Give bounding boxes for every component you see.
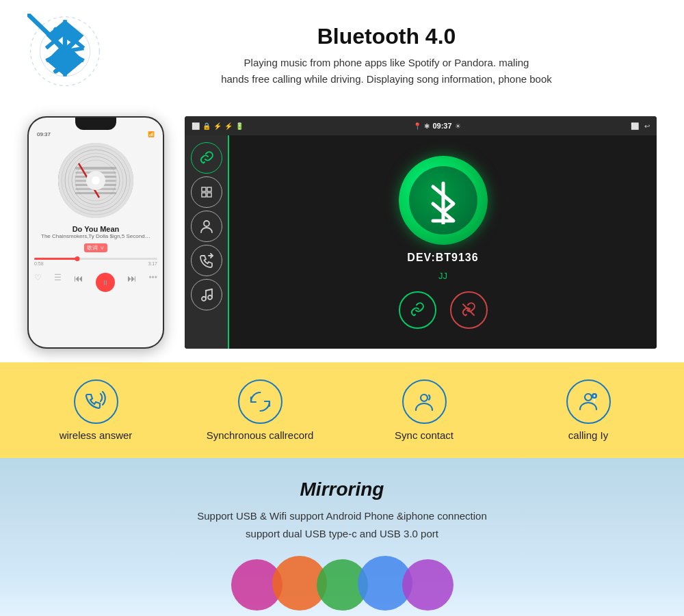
sidebar-call-transfer-icon[interactable] [191,245,222,276]
feature-calling-ly: calling Iy [513,379,663,441]
svg-point-33 [204,221,209,226]
car-action-buttons [399,291,488,329]
status-time: 09:37 [432,122,451,130]
connect-button[interactable] [399,291,436,329]
brightness-icon[interactable]: ☀ [455,122,461,130]
content-row: 09:37 📶 [0,103,684,362]
header-text: Bluetooth 4.0 Playing music from phone a… [116,21,657,88]
car-main: DEV:BT9136 JJ [229,135,657,349]
song-badge: 歌词 ∨ [84,243,107,252]
page-title: Bluetooth 4.0 [116,24,657,49]
progress-times: 0:58 3:17 [34,261,157,266]
bluetooth-logo [27,14,103,89]
song-artist: The Chainsmokers,Ty Dolla $ign,5 Seconds… [41,233,150,239]
sidebar-grid-icon[interactable] [191,176,222,208]
back-icon[interactable]: ⬜ [192,122,200,130]
sidebar-person-icon[interactable] [191,211,222,242]
progress-track[interactable] [34,258,157,260]
mirroring-section: Mirroring Support USB & Wifi support And… [0,458,684,616]
phone-mockup: 09:37 📶 [27,116,164,349]
device-sub: JJ [438,271,447,281]
calling-ly-icon [566,379,611,424]
mirroring-line1: Support USB & Wifi support Android Phone… [197,507,487,525]
time-current: 0:58 [34,261,44,266]
feature-wireless-answer: wireless answer [21,379,171,441]
wireless-answer-label: wireless answer [60,429,133,441]
sync-callrecord-label: Synchronous callrecord [207,429,314,441]
svg-point-28 [92,176,100,185]
wireless-answer-icon [74,379,118,424]
list-icon[interactable]: ☰ [54,273,62,292]
album-art [58,143,133,218]
usb-icon: ⚡ [213,122,222,130]
lock-icon: 🔒 [202,122,211,130]
svg-rect-29 [202,187,206,191]
disconnect-button[interactable] [450,291,488,329]
car-screen: ⬜ 🔒 ⚡ ⚡ 🔋 📍 ✱ 09:37 ☀ ⬜ ↩ [185,116,657,349]
prev-icon[interactable]: ⏮ [74,273,83,292]
phone-time: 09:37 [37,131,51,137]
status-right: ⬜ ↩ [631,122,650,130]
svg-point-43 [421,394,428,401]
svg-rect-30 [207,187,211,191]
sync-callrecord-icon [238,379,282,424]
phone-signal: 📶 [148,131,155,137]
top-section: Bluetooth 4.0 Playing music from phone a… [0,0,684,103]
phone-status-bar: 09:37 📶 [34,131,157,137]
svg-line-39 [206,289,212,291]
status-left: ⬜ 🔒 ⚡ ⚡ 🔋 [192,122,244,130]
battery-icon: 🔋 [235,122,244,130]
car-sidebar [185,135,229,349]
song-title: Do You Mean [73,225,120,233]
svg-rect-31 [202,193,206,197]
phone-screen: 09:37 📶 [29,118,163,347]
time-total: 3:17 [148,261,157,266]
next-icon[interactable]: ⏭ [127,273,137,292]
window-icon[interactable]: ⬜ [631,122,639,130]
sidebar-link-icon[interactable] [191,142,222,174]
mirroring-title: Mirroring [300,479,384,500]
nav-back-icon[interactable]: ↩ [644,122,650,130]
feature-sync-callrecord: Synchronous callrecord [185,379,335,441]
svg-point-44 [585,394,592,401]
svg-rect-32 [207,193,211,197]
balloon-purple [402,559,453,611]
svg-point-46 [593,395,595,397]
header-description: Playing music from phone apps like Spoti… [116,55,657,88]
mirroring-line2: support dual USB type-c and USB 3.0 port [246,525,438,543]
gps-icon: 📍 [413,122,421,130]
pause-icon: ⏸ [102,279,109,286]
feature-sync-contact: Sync contact [349,379,499,441]
header-row: Bluetooth 4.0 Playing music from phone a… [27,21,657,89]
play-button[interactable]: ⏸ [96,273,115,292]
phone-notch [75,118,116,130]
usb2-icon: ⚡ [224,122,233,130]
device-name: DEV:BT9136 [407,252,478,264]
bt-status-icon: ✱ [424,122,430,130]
sync-contact-label: Sync contact [395,429,453,441]
bt-circle-inner [409,166,477,235]
bottom-controls: ♡ ☰ ⏮ ⏸ ⏭ ••• [34,273,157,292]
more-icon[interactable]: ••• [148,273,157,292]
progress-fill [34,258,77,260]
progress-dot [75,256,80,261]
sidebar-music-icon[interactable] [191,279,222,310]
calling-ly-label: calling Iy [568,429,608,441]
like-icon[interactable]: ♡ [34,273,42,292]
bt-circle [399,156,488,245]
car-body: DEV:BT9136 JJ [185,135,657,349]
progress-bar: 0:58 3:17 [34,258,157,266]
features-section: wireless answer Synchronous callrecord S… [0,362,684,458]
car-status-bar: ⬜ 🔒 ⚡ ⚡ 🔋 📍 ✱ 09:37 ☀ ⬜ ↩ [185,116,657,135]
sync-contact-icon [402,379,447,424]
status-center: 📍 ✱ 09:37 ☀ [413,122,460,130]
